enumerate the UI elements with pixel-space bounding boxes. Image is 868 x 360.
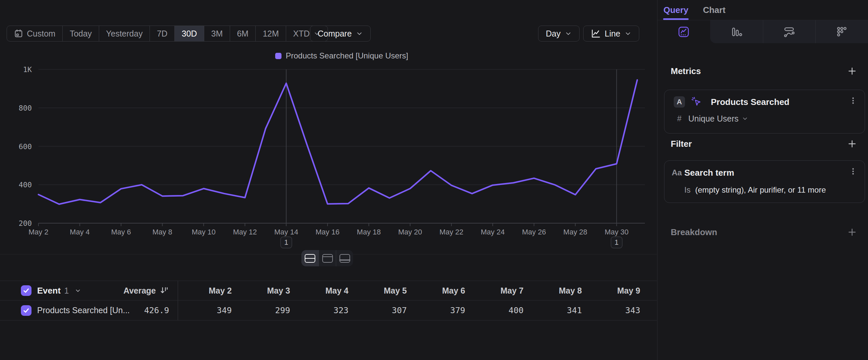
row-checkbox[interactable] <box>21 305 31 316</box>
filter-condition-row[interactable]: Is (empty string), Air purifier, or 11 m… <box>672 183 857 197</box>
events-table: Event 1 Average May 2May 3May 4May 5May … <box>0 281 657 321</box>
column-header-may-6[interactable]: May 6 <box>411 286 470 296</box>
filter-title: Filter <box>671 139 692 149</box>
metric-card[interactable]: A Products Searched # Unique Users <box>664 90 865 134</box>
compare-label: Compare <box>318 29 352 38</box>
column-header-may-3[interactable]: May 3 <box>237 286 295 296</box>
average-column-header[interactable]: Average <box>123 286 169 296</box>
filter-operator: Is <box>684 185 691 195</box>
line-chart[interactable]: 2004006008001KMay 2May 4May 6May 8May 10… <box>0 47 657 254</box>
chevron-down-icon <box>742 115 748 122</box>
report-canvas: CustomTodayYesterday7D30D3M6M12MXTD Comp… <box>0 0 657 360</box>
top-panel-view-icon <box>322 253 333 264</box>
range-6m[interactable]: 6M <box>230 26 256 41</box>
cell-value: 307 <box>353 306 411 315</box>
top-panel-view-button[interactable] <box>319 250 336 266</box>
bottom-panel-view-icon <box>339 253 350 264</box>
cell-value: 343 <box>587 306 645 315</box>
retention-icon <box>836 26 848 38</box>
metric-letter-badge: A <box>674 96 685 108</box>
chevron-down-icon <box>74 287 81 294</box>
tab-chart[interactable]: Chart <box>703 0 725 20</box>
column-header-may-7[interactable]: May 7 <box>470 286 528 296</box>
breakdown-title: Breakdown <box>671 227 717 238</box>
x-axis-label: May 16 <box>316 228 340 236</box>
range-7d[interactable]: 7D <box>150 26 175 41</box>
report-tab-bar-chart[interactable] <box>710 20 763 43</box>
granularity-button[interactable]: Day <box>538 26 579 41</box>
metric-options-button[interactable] <box>849 96 858 105</box>
chevron-down-icon <box>565 30 572 37</box>
report-tab-flows[interactable] <box>763 20 816 43</box>
event-pointer-icon <box>691 96 702 108</box>
y-axis-label: 600 <box>19 142 32 151</box>
x-axis-label: May 2 <box>29 228 49 236</box>
sort-descending-icon <box>160 286 169 295</box>
x-axis-label: May 12 <box>233 228 257 236</box>
column-header-may-2[interactable]: May 2 <box>178 286 237 296</box>
x-axis-label: May 10 <box>192 228 216 236</box>
breakdown-section-header: Breakdown <box>657 226 868 238</box>
split-view-button[interactable] <box>301 250 319 266</box>
range-yesterday[interactable]: Yesterday <box>99 26 150 41</box>
add-metric-button[interactable] <box>847 66 857 76</box>
range-label: Custom <box>27 29 55 38</box>
metric-event-name: Products Searched <box>711 97 789 107</box>
filter-card[interactable]: Aa Search term Is (empty string), Air pu… <box>664 160 865 203</box>
y-axis-label: 200 <box>19 219 32 227</box>
cell-value: 323 <box>295 306 353 315</box>
y-axis-label: 400 <box>19 181 32 189</box>
column-header-may-5[interactable]: May 5 <box>353 286 411 296</box>
column-header-may-4[interactable]: May 4 <box>295 286 353 296</box>
column-header-may-9[interactable]: May 9 <box>587 286 645 296</box>
granularity-label: Day <box>546 29 560 38</box>
add-breakdown-button[interactable] <box>847 227 857 237</box>
report-tab-retention[interactable] <box>815 20 868 43</box>
x-axis-label: May 28 <box>563 228 587 236</box>
line-chart-icon <box>591 29 601 38</box>
tab-query[interactable]: Query <box>663 0 688 20</box>
series-line-products-searched[interactable] <box>38 80 637 204</box>
chevron-down-icon <box>624 30 631 37</box>
table-row: Products Searched [Un... 426.9 349299323… <box>0 301 657 321</box>
range-label: XTD <box>293 29 310 38</box>
range-30d[interactable]: 30D <box>175 26 204 41</box>
compare-button[interactable]: Compare <box>310 26 371 41</box>
report-tab-insights[interactable] <box>657 20 710 43</box>
plus-icon <box>847 227 857 237</box>
range-3m[interactable]: 3M <box>204 26 230 41</box>
plus-icon <box>847 66 857 76</box>
line-chart-icon <box>591 29 601 38</box>
plus-icon <box>847 139 857 149</box>
chevron-down-icon <box>356 30 363 37</box>
y-axis-label: 1K <box>23 65 32 74</box>
x-axis-label: May 24 <box>481 228 505 236</box>
sidebar-tabs: Query Chart <box>657 0 868 20</box>
table-header-main-cell: Event 1 Average <box>0 281 178 300</box>
cell-value: 341 <box>528 306 587 315</box>
chevron-down-icon[interactable] <box>74 287 81 294</box>
x-axis-label: May 18 <box>357 228 381 236</box>
range-label: 7D <box>157 29 167 38</box>
chevron-down-icon <box>624 30 631 37</box>
range-12m[interactable]: 12M <box>256 26 286 41</box>
range-custom[interactable]: Custom <box>7 26 63 41</box>
checkmark-icon <box>22 286 30 295</box>
metric-measure-row[interactable]: # Unique Users <box>674 112 857 125</box>
filter-options-button[interactable] <box>849 167 858 176</box>
chevron-down-icon <box>565 30 572 37</box>
measure-label: Unique Users <box>688 114 738 123</box>
add-filter-button[interactable] <box>847 139 857 149</box>
column-header-may-8[interactable]: May 8 <box>528 286 587 296</box>
event-pointer-icon <box>691 96 702 108</box>
chevron-down-icon <box>742 115 748 122</box>
select-all-checkbox[interactable] <box>21 285 31 296</box>
bottom-panel-view-button[interactable] <box>336 250 353 266</box>
range-today[interactable]: Today <box>63 26 99 41</box>
filter-value: (empty string), Air purifier, or 11 more <box>695 185 826 195</box>
average-label: Average <box>123 286 156 296</box>
y-axis-label: 800 <box>19 104 32 112</box>
range-label: 3M <box>211 29 223 38</box>
cell-value: 379 <box>411 306 470 315</box>
chart-type-button[interactable]: Line <box>583 26 639 41</box>
